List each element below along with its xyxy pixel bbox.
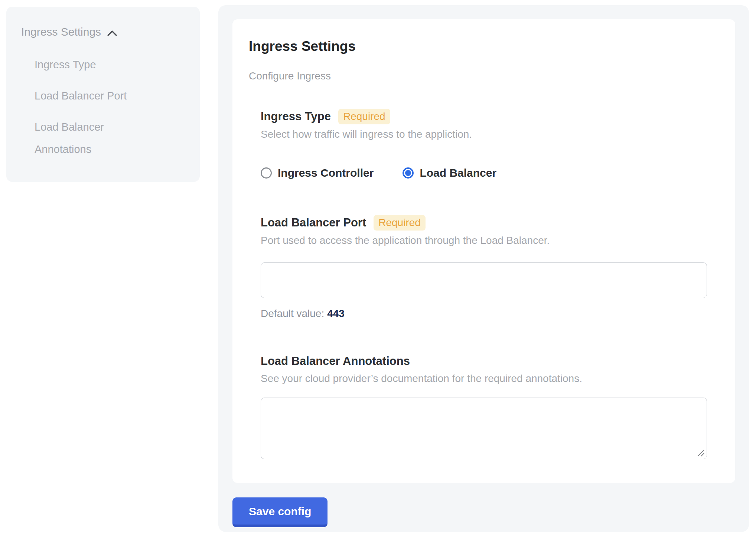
lb-annotations-label: Load Balancer Annotations — [261, 354, 410, 369]
ingress-type-radio-group: Ingress Controller Load Balancer — [261, 167, 707, 179]
radio-ingress-controller[interactable]: Ingress Controller — [261, 167, 374, 179]
main-panel: Ingress Settings Configure Ingress Ingre… — [218, 5, 749, 532]
required-badge: Required — [338, 109, 390, 124]
lb-annotations-textarea-wrap — [261, 398, 707, 459]
default-value-label: Default value: — [261, 308, 324, 319]
lb-port-label-row: Load Balancer Port Required — [261, 215, 707, 231]
radio-unchecked-icon[interactable] — [261, 167, 272, 179]
ingress-type-description: Select how traffic will ingress to the a… — [261, 127, 707, 141]
page-subtitle: Configure Ingress — [249, 70, 719, 82]
radio-load-balancer[interactable]: Load Balancer — [403, 167, 496, 179]
load-balancer-annotations-textarea[interactable] — [261, 398, 707, 459]
lb-port-label: Load Balancer Port — [261, 215, 366, 230]
sidebar-parent-label: Ingress Settings — [21, 24, 101, 39]
lb-annotations-label-row: Load Balancer Annotations — [261, 354, 707, 369]
resize-handle-icon[interactable] — [696, 448, 705, 457]
load-balancer-port-input[interactable] — [261, 262, 707, 298]
section-ingress-type: Ingress Type Required Select how traffic… — [261, 109, 707, 179]
ingress-type-label: Ingress Type — [261, 109, 331, 124]
ingress-type-label-row: Ingress Type Required — [261, 109, 707, 124]
sidebar-item-load-balancer-annotations[interactable]: Load Balancer Annotations — [35, 116, 135, 160]
sidebar-subitems: Ingress Type Load Balancer Port Load Bal… — [35, 53, 135, 160]
sidebar-item-ingress-settings[interactable]: Ingress Settings — [21, 24, 186, 40]
section-load-balancer-annotations: Load Balancer Annotations See your cloud… — [261, 354, 707, 459]
sidebar-item-load-balancer-port[interactable]: Load Balancer Port — [35, 85, 135, 107]
sidebar-item-ingress-type[interactable]: Ingress Type — [35, 53, 135, 76]
section-load-balancer-port: Load Balancer Port Required Port used to… — [261, 215, 707, 320]
page-title: Ingress Settings — [249, 39, 719, 55]
ingress-settings-card: Ingress Settings Configure Ingress Ingre… — [232, 19, 735, 483]
settings-sidebar: Ingress Settings Ingress Type Load Balan… — [6, 7, 200, 182]
lb-port-default-row: Default value:443 — [261, 308, 707, 320]
lb-port-description: Port used to access the application thro… — [261, 233, 707, 248]
radio-ingress-controller-label: Ingress Controller — [278, 167, 374, 179]
lb-annotations-description: See your cloud provider’s documentation … — [261, 372, 707, 386]
default-value: 443 — [327, 308, 345, 319]
radio-load-balancer-label: Load Balancer — [420, 167, 496, 179]
save-config-button[interactable]: Save config — [232, 497, 328, 527]
required-badge: Required — [374, 215, 426, 231]
radio-checked-icon[interactable] — [403, 167, 414, 179]
chevron-up-icon[interactable] — [107, 25, 117, 40]
form-sections: Ingress Type Required Select how traffic… — [261, 109, 707, 459]
